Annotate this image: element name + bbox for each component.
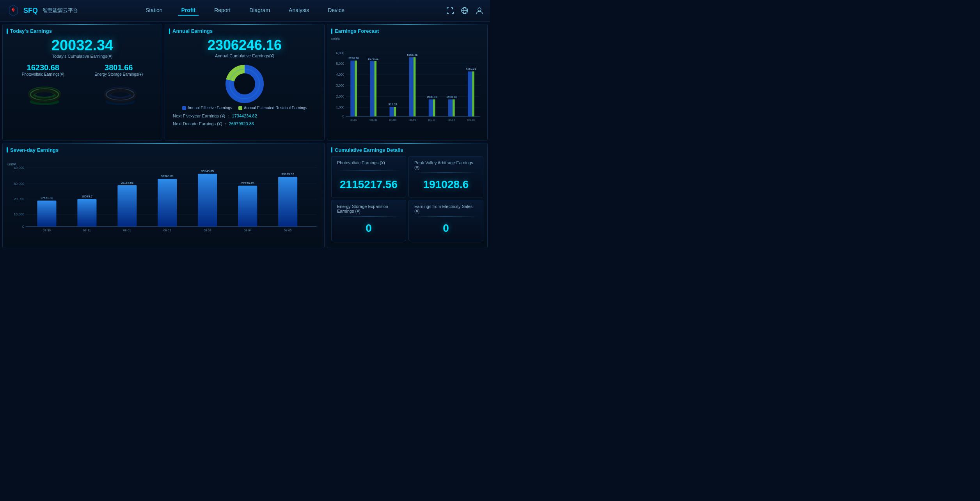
cum-energy-storage-expansion-label: Energy Storage Expansion Earnings (¥) [337, 204, 400, 213]
earnings-forecast-panel: Earnings Forecast unit/¥ 6,000 5,000 4,0… [327, 24, 488, 140]
cum-photovoltaic-label: Photovoltaic Earnings (¥) [337, 160, 400, 165]
main-nav: Station Profit Report Diagram Analysis D… [142, 5, 348, 16]
main-content: Today's Earnings 20032.34 Today's Cumula… [0, 21, 490, 250]
cum-electricity-sales-value: 0 [414, 220, 478, 237]
nav-analysis[interactable]: Analysis [286, 5, 312, 16]
svg-text:6,000: 6,000 [336, 51, 344, 55]
svg-text:28154.95: 28154.95 [121, 181, 134, 185]
user-icon[interactable] [475, 6, 484, 15]
sub-earnings-row: 16230.68 Photovoltaic Earnings(¥) 3801.6… [7, 63, 158, 76]
cum-electricity-sales-label: Earnings from Electricity Sales (¥) [414, 204, 478, 213]
legend-effective: Annual Effective Earnings [182, 106, 232, 110]
cumulative-grid: Photovoltaic Earnings (¥) 2115217.56 Pea… [331, 156, 483, 241]
svg-text:18589.7: 18589.7 [82, 195, 92, 198]
svg-rect-94 [278, 177, 297, 226]
svg-text:5278.11: 5278.11 [368, 57, 378, 60]
svg-text:08-07: 08-07 [350, 118, 357, 122]
svg-text:07-31: 07-31 [83, 229, 91, 232]
svg-text:0: 0 [343, 114, 344, 118]
svg-text:08-02: 08-02 [163, 229, 171, 232]
svg-text:10,000: 10,000 [14, 212, 24, 216]
forecast-chart-container: unit/¥ 6,000 5,000 4,000 3,000 2,000 1,0… [331, 37, 483, 134]
header: SFQ 智慧能源云平台 Station Profit Report Diagra… [0, 0, 490, 21]
decade-label: Next Decade Earnings (¥) ： [173, 121, 228, 126]
svg-text:33823.92: 33823.92 [281, 172, 294, 176]
svg-text:5606.46: 5606.46 [407, 53, 418, 57]
svg-text:08-08: 08-08 [369, 118, 377, 122]
seven-day-chart-container: unit/¥ 40,000 30,000 20,000 10,000 0 176… [7, 156, 320, 242]
svg-rect-38 [350, 60, 355, 116]
five-year-value: 17344234.82 [232, 114, 257, 118]
svg-text:08-13: 08-13 [467, 118, 475, 122]
svg-rect-63 [472, 71, 474, 116]
photovoltaic-label: Photovoltaic Earnings(¥) [22, 72, 64, 76]
globe-icon[interactable] [460, 6, 469, 15]
svg-text:1,000: 1,000 [336, 105, 344, 109]
svg-text:08-04: 08-04 [244, 229, 252, 232]
cum-divider-4 [414, 216, 478, 217]
svg-rect-76 [37, 201, 56, 227]
svg-rect-82 [117, 185, 137, 227]
svg-rect-62 [468, 71, 472, 116]
cumulative-details-title: Cumulative Earnings Details [331, 147, 483, 153]
nav-profit[interactable]: Profit [178, 5, 199, 16]
svg-text:1598.33: 1598.33 [446, 95, 457, 99]
legend-residual: Annual Estimated Residual Earnings [238, 106, 307, 110]
svg-text:2,000: 2,000 [336, 94, 344, 98]
seven-day-panel: Seven-day Earnings unit/¥ 40,000 30,000 … [2, 143, 325, 248]
nav-device[interactable]: Device [325, 5, 348, 16]
fullscreen-icon[interactable] [446, 6, 454, 15]
svg-text:32563.81: 32563.81 [161, 174, 174, 178]
svg-text:35945.35: 35945.35 [201, 169, 214, 173]
svg-text:07-30: 07-30 [43, 229, 51, 232]
logo-icon [6, 4, 20, 18]
today-cumulative-value: 20032.34 [7, 37, 158, 54]
cum-peak-valley-label: Peak Valley Arbitrage Earnings (¥) [414, 160, 478, 170]
svg-rect-47 [394, 107, 396, 116]
svg-text:4262.21: 4262.21 [466, 67, 476, 71]
seven-day-bar-chart: unit/¥ 40,000 30,000 20,000 10,000 0 176… [7, 156, 320, 242]
annual-cumulative-value: 2306246.16 [169, 37, 320, 53]
nav-diagram[interactable]: Diagram [246, 5, 273, 16]
legend-residual-dot [238, 106, 242, 110]
logo-abbr: SFQ [23, 7, 38, 15]
donut-chart-area [169, 61, 320, 104]
svg-text:08-11: 08-11 [428, 118, 436, 122]
logo-area: SFQ 智慧能源云平台 [6, 4, 84, 18]
svg-point-5 [478, 8, 481, 11]
energy-storage-earnings: 3801.66 Energy Storage Earnings(¥) [94, 63, 143, 76]
svg-rect-85 [158, 179, 177, 227]
energy-storage-label: Energy Storage Earnings(¥) [94, 72, 143, 76]
svg-text:3,000: 3,000 [336, 84, 344, 87]
svg-text:17671.82: 17671.82 [41, 196, 53, 200]
svg-rect-50 [409, 57, 414, 116]
svg-text:5,000: 5,000 [336, 62, 344, 66]
legend-effective-label: Annual Effective Earnings [188, 106, 232, 110]
forecast-text: Next Five-year Earnings (¥) ： 17344234.8… [169, 112, 320, 128]
forecast-unit: unit/¥ [331, 37, 340, 41]
svg-rect-58 [448, 99, 453, 117]
cum-divider-3 [337, 216, 400, 217]
svg-rect-54 [429, 99, 433, 117]
svg-text:08-09: 08-09 [389, 118, 396, 122]
nav-station[interactable]: Station [142, 5, 166, 16]
decade-value: 26979920.83 [229, 121, 254, 126]
cum-electricity-sales: Earnings from Electricity Sales (¥) 0 [408, 200, 483, 241]
legend-residual-label: Annual Estimated Residual Earnings [244, 106, 307, 110]
photovoltaic-earnings: 16230.68 Photovoltaic Earnings(¥) [22, 63, 64, 76]
svg-rect-91 [238, 186, 257, 227]
svg-rect-88 [198, 174, 217, 226]
svg-point-22 [234, 74, 255, 94]
energy-storage-ring-icon [101, 80, 140, 108]
cum-divider-2 [414, 172, 478, 173]
cumulative-details-panel: Cumulative Earnings Details Photovoltaic… [327, 143, 488, 248]
annual-earnings-title: Annual Earnings [169, 28, 320, 34]
svg-text:08-01: 08-01 [123, 229, 131, 232]
svg-rect-39 [355, 60, 357, 116]
svg-rect-55 [433, 99, 435, 117]
svg-text:20,000: 20,000 [14, 197, 24, 201]
svg-rect-79 [77, 199, 96, 227]
seven-day-title: Seven-day Earnings [7, 147, 320, 153]
nav-report[interactable]: Report [211, 5, 234, 16]
legend-effective-dot [182, 106, 186, 110]
